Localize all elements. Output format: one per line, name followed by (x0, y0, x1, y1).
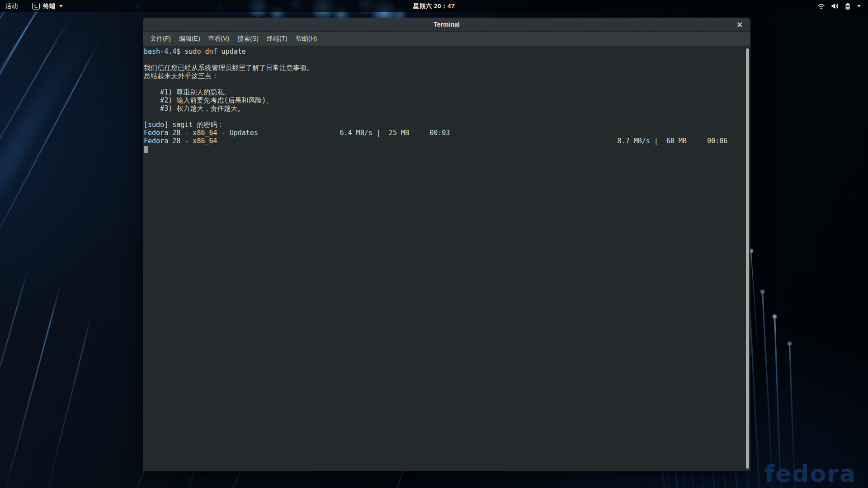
activities-label: 活动 (5, 2, 18, 10)
terminal-line (144, 113, 750, 121)
top-bar: 活动 >_ 终端 星期六 20：47 (0, 0, 868, 12)
system-status-area[interactable] (810, 0, 868, 12)
terminal-line: #2) 输入前要先考虑(后果和风险)。 (144, 96, 750, 104)
menu-item-edit[interactable]: 编辑(E) (175, 33, 204, 45)
menu-item-file[interactable]: 文件(F) (146, 33, 175, 45)
activities-button[interactable]: 活动 (0, 0, 23, 12)
volume-icon (831, 3, 839, 9)
terminal-line: Fedora 28 - x86_64 - Updates 6.4 MB/s | … (144, 129, 750, 137)
menubar: 文件(F) 编辑(E) 查看(V) 搜索(S) 终端(T) 帮助(H) (143, 32, 750, 46)
clock-label: 星期六 20：47 (413, 2, 455, 10)
terminal-window: Terminal × 文件(F) 编辑(E) 查看(V) 搜索(S) 终端(T)… (143, 18, 750, 471)
terminal-line: [sudo] sagit 的密码： (144, 121, 750, 129)
terminal-line: #3) 权力越大，责任越大。 (144, 104, 750, 113)
terminal-app-icon: >_ (32, 3, 40, 9)
terminal-body[interactable]: bash-4.4$ sudo dnf update 我们信任您已经从系统管理员那… (143, 46, 750, 471)
app-menu-label: 终端 (43, 2, 55, 10)
terminal-scrollbar[interactable] (746, 48, 749, 469)
clock-button[interactable]: 星期六 20：47 (409, 0, 459, 12)
menu-item-help[interactable]: 帮助(H) (292, 33, 321, 45)
window-title: Terminal (434, 21, 459, 28)
wifi-icon (817, 3, 825, 9)
menu-item-view[interactable]: 查看(V) (204, 33, 234, 45)
fedora-watermark: fedora (764, 460, 856, 487)
terminal-line (144, 56, 750, 64)
battery-icon (845, 3, 850, 10)
terminal-line (144, 145, 750, 153)
chevron-down-icon (59, 5, 63, 7)
terminal-line: #1) 尊重别人的隐私。 (144, 88, 750, 96)
terminal-line: 我们信任您已经从系统管理员那里了解了日常注意事项。 (144, 64, 750, 72)
close-button[interactable]: × (735, 19, 745, 29)
close-icon: × (736, 20, 743, 29)
chevron-down-icon (857, 5, 861, 7)
menu-item-terminal[interactable]: 终端(T) (263, 33, 292, 45)
terminal-line (144, 80, 750, 88)
terminal-line: 总结起来无外乎这三点： (144, 72, 750, 80)
menu-item-search[interactable]: 搜索(S) (233, 33, 263, 45)
app-menu-button[interactable]: >_ 终端 (27, 0, 68, 12)
window-titlebar[interactable]: Terminal × (143, 18, 750, 32)
terminal-line: Fedora 28 - x86_64 8.7 MB/s | 60 MB 00:0… (144, 137, 750, 145)
terminal-cursor (144, 146, 148, 153)
terminal-line: bash-4.4$ sudo dnf update (144, 47, 750, 56)
